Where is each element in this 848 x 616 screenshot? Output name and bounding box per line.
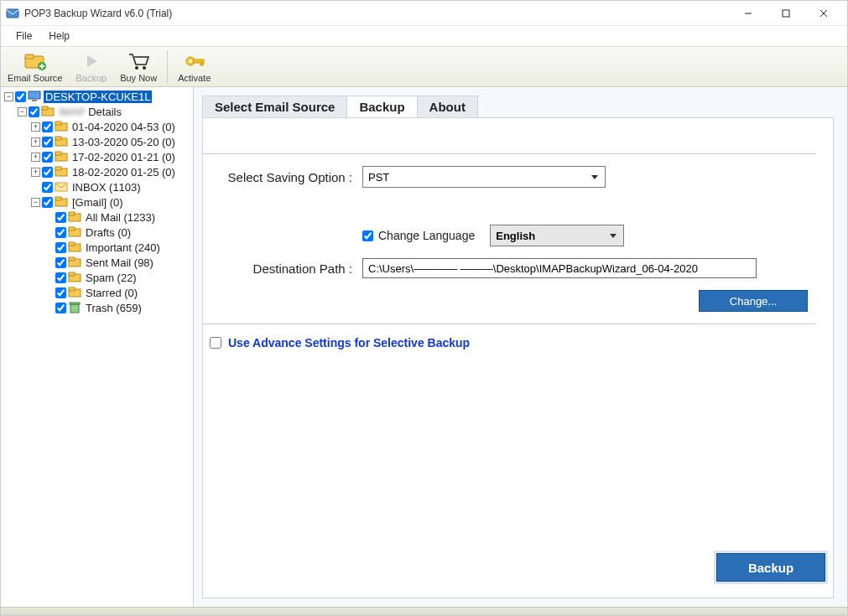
tree-label: IMAP Details [57, 106, 123, 118]
key-icon [184, 51, 205, 71]
tree-item[interactable]: Trash (659) [44, 300, 193, 315]
change-language-label: Change Language [378, 229, 475, 242]
svg-rect-17 [29, 91, 40, 99]
folder-tree[interactable]: − DESKTOP-KCUKE1L − IMAP Details [3, 89, 193, 315]
folder-icon [55, 196, 68, 208]
toolbar-buy-now[interactable]: Buy Now [113, 47, 164, 86]
expand-icon[interactable]: + [31, 168, 40, 177]
advance-settings-row[interactable]: Use Advance Settings for Selective Backu… [203, 336, 816, 349]
tree-checkbox[interactable] [55, 257, 66, 268]
toolbar-label: Buy Now [120, 73, 157, 83]
toolbar-email-source[interactable]: Email Source [1, 47, 69, 86]
tree-checkbox[interactable] [55, 212, 66, 223]
menu-help[interactable]: Help [40, 27, 78, 45]
collapse-icon[interactable]: − [4, 92, 13, 101]
saving-option-select[interactable]: PST [362, 166, 606, 188]
computer-icon [28, 91, 41, 102]
status-bar [1, 607, 847, 615]
toolbar-activate[interactable]: Activate [171, 47, 217, 86]
folder-icon [68, 287, 81, 298]
expand-icon [44, 288, 54, 298]
folder-icon [68, 226, 81, 238]
tree-label: Trash (659) [84, 302, 143, 314]
tree-item[interactable]: Sent Mail (98) [44, 255, 193, 270]
tree-checkbox[interactable] [55, 272, 66, 283]
svg-rect-39 [69, 257, 75, 261]
tree-checkbox[interactable] [42, 197, 53, 208]
tree-checkbox[interactable] [42, 152, 53, 163]
expand-icon[interactable]: + [31, 153, 40, 162]
expand-icon [44, 273, 54, 282]
tree-item[interactable]: Starred (0) [44, 285, 193, 300]
tree-checkbox[interactable] [29, 106, 39, 117]
tree-root[interactable]: − DESKTOP-KCUKE1L [4, 89, 193, 104]
select-value: English [496, 230, 535, 242]
tree-checkbox[interactable] [42, 122, 53, 132]
folder-open-icon [41, 106, 55, 117]
tree-item[interactable]: INBOX (1103) [31, 179, 193, 194]
saving-option-label: Select Saving Option : [203, 170, 362, 184]
tree-checkbox[interactable] [55, 242, 66, 253]
menu-file[interactable]: File [8, 27, 40, 45]
svg-rect-35 [69, 227, 75, 230]
svg-rect-2 [783, 10, 789, 17]
tab-backup[interactable]: Backup [346, 96, 417, 117]
maximize-button[interactable] [767, 2, 804, 25]
expand-icon [44, 213, 54, 222]
close-button[interactable] [804, 2, 842, 25]
tree-item[interactable]: +17-02-2020 01-21 (0) [31, 149, 193, 164]
folder-icon [68, 302, 81, 313]
expand-icon [44, 303, 54, 313]
tree-checkbox[interactable] [42, 167, 53, 178]
tree-checkbox[interactable] [42, 182, 53, 193]
folder-icon [55, 121, 68, 132]
expand-icon[interactable]: − [31, 198, 40, 207]
tree-item[interactable]: +01-04-2020 04-53 (0) [31, 119, 193, 134]
tree-label: [Gmail] (0) [70, 196, 125, 209]
advance-settings-checkbox[interactable] [210, 337, 221, 349]
window-title: POP3 Backup Wizard v6.0 (Trial) [24, 8, 729, 19]
tree-label: Spam (22) [84, 272, 138, 284]
svg-rect-31 [55, 197, 61, 200]
tree-item[interactable]: Spam (22) [44, 270, 193, 285]
tab-about[interactable]: About [417, 96, 478, 117]
folder-icon [68, 241, 81, 253]
tree-checkbox[interactable] [42, 137, 53, 148]
toolbar-label: Activate [178, 73, 211, 83]
collapse-icon[interactable]: − [18, 107, 27, 116]
toolbar-separator [167, 50, 168, 83]
minimize-button[interactable] [729, 2, 767, 25]
expand-icon[interactable]: + [31, 122, 40, 132]
tree-label: All Mail (1233) [84, 211, 157, 224]
svg-rect-24 [55, 137, 61, 140]
svg-rect-37 [69, 242, 75, 246]
svg-rect-44 [70, 304, 79, 313]
tree-label: Starred (0) [84, 287, 139, 299]
tree-item[interactable]: +13-03-2020 05-20 (0) [31, 134, 193, 149]
svg-point-11 [135, 66, 138, 70]
backup-button[interactable]: Backup [716, 553, 825, 582]
tree-checkbox[interactable] [55, 227, 66, 238]
tree-checkbox[interactable] [55, 287, 66, 298]
tree-checkbox[interactable] [15, 91, 26, 102]
destination-path-input[interactable] [362, 258, 757, 278]
tree-label: DESKTOP-KCUKE1L [44, 91, 152, 103]
tree-item[interactable]: Important (240) [44, 240, 193, 255]
tree-label: Important (240) [84, 241, 162, 254]
change-language-checkbox[interactable] [362, 230, 373, 241]
tree-item[interactable]: +18-02-2020 01-25 (0) [31, 164, 193, 179]
svg-rect-15 [194, 60, 204, 63]
tree-imap-details[interactable]: − IMAP Details [18, 104, 193, 119]
expand-icon[interactable]: + [31, 137, 40, 147]
change-button[interactable]: Change... [699, 290, 808, 312]
tab-select-email-source[interactable]: Select Email Source [202, 96, 347, 117]
language-select[interactable]: English [490, 225, 624, 246]
content-pane: Select Email Source Backup About Select … [194, 87, 847, 607]
folder-tree-pane: − DESKTOP-KCUKE1L − IMAP Details [1, 87, 194, 607]
toolbar-backup[interactable]: Backup [69, 47, 113, 86]
tree-item[interactable]: All Mail (1233) [44, 210, 193, 225]
tree-checkbox[interactable] [55, 303, 66, 313]
tree-item[interactable]: Drafts (0) [44, 225, 193, 240]
svg-rect-18 [32, 100, 37, 101]
tree-item[interactable]: −[Gmail] (0) [31, 194, 193, 210]
